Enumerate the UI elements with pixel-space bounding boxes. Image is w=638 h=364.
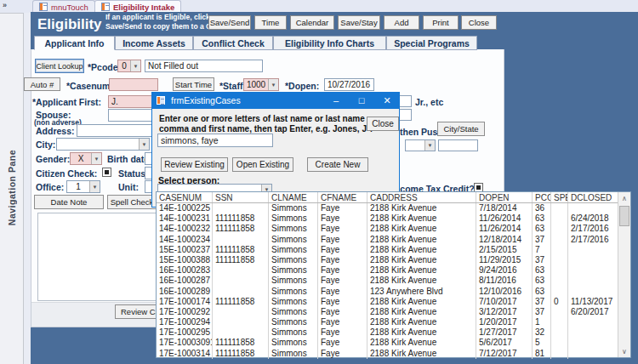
result-row[interactable]: 14E-1000234SimmonsFaye2188 Kirk Avenue12… [157, 235, 630, 245]
result-cell: 12/18/2014 [476, 235, 533, 245]
navigation-pane-label: Navigation Pane [7, 150, 17, 225]
dopen-field[interactable]: 10/27/2016 [324, 78, 374, 91]
chevron-down-icon[interactable]: ▼ [268, 79, 278, 90]
open-existing-button[interactable]: Open Existing [232, 157, 293, 172]
result-cell: 17E-1000292 [157, 307, 213, 317]
office-select[interactable]: 1 ▼ [66, 180, 100, 193]
close-button[interactable]: Close [461, 15, 497, 30]
result-cell: 17E-1000314 [157, 349, 213, 359]
dialog-instruction: Enter one or more letters of last name o… [159, 114, 373, 134]
client-lookup-button[interactable]: Client Lookup [35, 59, 84, 73]
result-cell [551, 235, 568, 245]
column-header: CFNAME [318, 192, 367, 202]
tab-income-assets[interactable]: Income Assets [115, 36, 193, 50]
result-row[interactable]: 14E-1000225SimmonsFaye2188 Kirk Avenue7/… [157, 203, 630, 213]
save-send-button[interactable]: Save/Send [208, 15, 251, 30]
city-select[interactable]: ▼ [56, 138, 150, 151]
result-row[interactable]: 15E-1000237111111858SimmonsFaye2188 Kirk… [157, 245, 630, 255]
zip-field[interactable] [438, 139, 478, 151]
chevron-down-icon[interactable]: ▼ [130, 60, 140, 71]
result-cell: 5 [533, 338, 551, 348]
result-cell: 2188 Kirk Avenue [367, 245, 476, 255]
result-row[interactable]: 15E-1000388111111858SimmonsFaye2188 Kirk… [157, 255, 630, 265]
maximize-icon[interactable]: □ [349, 92, 374, 109]
time-button[interactable]: Time [254, 15, 287, 30]
auto-number-button[interactable]: Auto # [24, 77, 60, 91]
result-cell [568, 317, 618, 327]
nav-pane-expand-icon[interactable]: » [3, 1, 7, 9]
dialog-close-button[interactable]: Close [367, 117, 399, 131]
result-cell: 16E-1000287 [157, 276, 213, 286]
existing-cases-dialog: frmExistingCases – □ ✕ Enter one or more… [151, 92, 400, 208]
pcode-select[interactable]: 0 ▼ [117, 60, 141, 72]
doc-tab-label: Eligibility Intake [113, 3, 174, 12]
scroll-up-icon[interactable]: ∧ [618, 192, 630, 204]
add-button[interactable]: Add [384, 15, 419, 30]
date-note-button[interactable]: Date Note [34, 195, 104, 209]
minimize-icon[interactable]: – [323, 92, 349, 109]
start-time-button[interactable]: Start Time [173, 77, 214, 91]
tab-special-programs[interactable]: Special Programs [386, 36, 477, 50]
column-header: CADDRESS [367, 192, 476, 202]
tab-eligibility-info-charts[interactable]: Eligibility Info Charts [273, 36, 386, 50]
chevron-down-icon[interactable]: ▼ [89, 181, 100, 192]
result-row[interactable]: 17E-10003091111111858SimmonsFaye2188 Kir… [157, 338, 630, 348]
result-row[interactable]: 17E-1000292SimmonsFaye2188 Kirk Avenue3/… [157, 307, 630, 317]
name-search-input[interactable]: simmons, faye [157, 134, 273, 147]
result-row[interactable]: 16E-1000289SimmonsFaye123 Anywhere Blvd1… [157, 287, 630, 297]
gender-select[interactable]: X ▼ [70, 152, 102, 165]
form-icon [157, 96, 165, 105]
citizen-check-checkbox[interactable] [102, 168, 111, 177]
result-cell: 2188 Kirk Avenue [367, 235, 476, 245]
close-icon[interactable]: ✕ [374, 92, 400, 109]
spell-check-button[interactable]: Spell Check [107, 195, 157, 209]
result-row[interactable]: 14E-1000231111111858SimmonsFaye2188 Kirk… [157, 213, 630, 224]
calendar-button[interactable]: Calendar [290, 15, 334, 30]
result-cell: 111111858 [213, 255, 269, 265]
result-cell: 6/24/2018 [568, 213, 618, 224]
result-cell: 2188 Kirk Avenue [367, 276, 476, 286]
result-row[interactable]: 17E-1000294SimmonsFaye2188 Kirk Avenue1/… [157, 317, 630, 327]
result-row[interactable]: 17E-1000295SimmonsFaye2188 Kirk Avenue1/… [157, 327, 630, 338]
doc-tab-mnutouch[interactable]: mnuTouch [32, 0, 95, 13]
city-state-button[interactable]: City/State [437, 122, 485, 136]
print-button[interactable]: Print [423, 15, 459, 30]
result-cell: 9/24/2016 [476, 265, 533, 276]
result-cell: 14E-1000225 [157, 203, 213, 213]
results-scrollbar[interactable]: ∧ ∨ [618, 192, 630, 357]
scrollbar-thumb[interactable] [619, 206, 629, 226]
result-cell [568, 287, 618, 297]
chevron-down-icon[interactable]: ▼ [424, 140, 435, 151]
pcode-text-field[interactable]: Not Filled out [145, 60, 263, 72]
doc-tab-eligibility-intake[interactable]: Eligibility Intake [94, 0, 181, 13]
tab-conflict-check[interactable]: Conflict Check [193, 36, 273, 50]
result-cell: Faye [318, 235, 367, 245]
result-cell [568, 327, 618, 338]
result-cell: 12/10/2016 [476, 287, 533, 297]
create-new-button[interactable]: Create New [307, 157, 368, 172]
chevron-down-icon[interactable]: ▼ [91, 153, 101, 164]
result-row[interactable]: 16E-1000283SimmonsFaye2188 Kirk Avenue9/… [157, 265, 630, 276]
scroll-down-icon[interactable]: ∨ [618, 345, 630, 357]
casenum-field[interactable] [109, 78, 158, 91]
result-cell: Simmons [269, 235, 318, 245]
result-row[interactable]: 17E-1000174111111858SimmonsFaye2188 Kirk… [157, 297, 630, 307]
state-select[interactable]: ▼ [405, 139, 436, 151]
save-stay-button[interactable]: Save/Stay [338, 15, 380, 30]
result-row[interactable]: 17E-1000314111111858SimmonsFaye2188 Kirk… [157, 349, 630, 359]
result-cell: 111111858 [213, 338, 269, 348]
navigation-pane[interactable]: Navigation Pane [0, 13, 24, 364]
tab-applicant-info[interactable]: Applicant Info [34, 36, 115, 50]
result-cell: 2/17/2016 [568, 224, 618, 234]
result-cell [213, 265, 269, 276]
result-cell [551, 276, 568, 286]
chevron-down-icon[interactable]: ▼ [139, 139, 149, 150]
review-existing-button[interactable]: Review Existing [161, 157, 228, 172]
result-cell [551, 245, 568, 255]
result-row[interactable]: 16E-1000287SimmonsFaye2188 Kirk Avenue8/… [157, 276, 630, 286]
dialog-title-bar[interactable]: frmExistingCases – □ ✕ [151, 92, 400, 109]
staff-select[interactable]: 1000 ▼ [243, 78, 279, 91]
result-cell: 111111858 [213, 245, 269, 255]
result-cell: 37 [533, 255, 551, 265]
result-row[interactable]: 14E-1000232111111858SimmonsFaye2188 Kirk… [157, 224, 630, 234]
